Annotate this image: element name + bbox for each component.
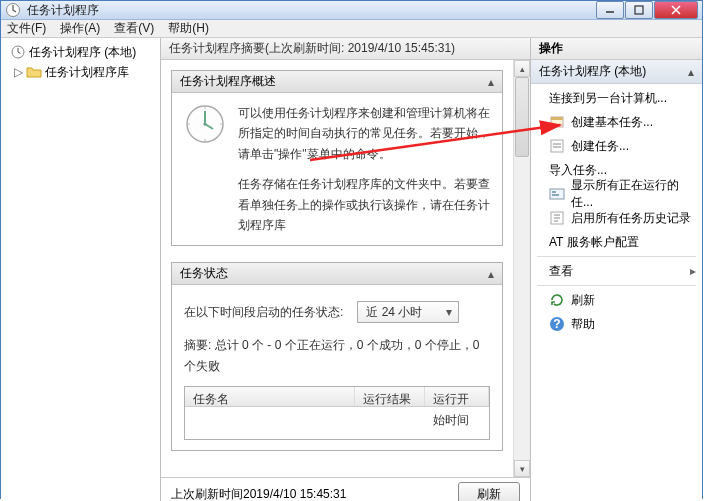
overview-title: 任务计划程序概述: [180, 73, 276, 90]
history-icon: [549, 210, 565, 226]
tree-library[interactable]: ▷ 任务计划程序库: [3, 62, 158, 82]
status-summary-text: 摘要: 总计 0 个 - 0 个正在运行，0 个成功，0 个停止，0 个失败: [184, 335, 490, 376]
tree-panel: 任务计划程序 (本地) ▷ 任务计划程序库: [1, 38, 161, 501]
svg-rect-10: [552, 194, 559, 196]
create-basic-task-icon: [549, 114, 565, 130]
action-at-account[interactable]: AT 服务帐户配置: [531, 230, 702, 254]
tree-library-label: 任务计划程序库: [45, 64, 129, 81]
action-view-label: 查看: [549, 263, 573, 280]
tree-root[interactable]: 任务计划程序 (本地): [3, 42, 158, 62]
app-icon: [5, 2, 21, 18]
menu-file[interactable]: 文件(F): [7, 20, 46, 37]
scroll-thumb[interactable]: [515, 77, 529, 157]
actions-context-label: 任务计划程序 (本地): [539, 63, 646, 80]
folder-icon: [26, 64, 42, 80]
window-title: 任务计划程序: [27, 2, 595, 19]
status-range-label: 在以下时间段启动的任务状态:: [184, 302, 343, 322]
menu-bar: 文件(F) 操作(A) 查看(V) 帮助(H): [1, 20, 702, 38]
clock-icon: [10, 44, 26, 60]
svg-rect-9: [552, 191, 556, 193]
col-run-result[interactable]: 运行结果: [355, 387, 425, 406]
last-refresh-text: 上次刷新时间2019/4/10 15:45:31: [171, 486, 346, 501]
task-list: 任务名 运行结果 运行开始时间: [184, 386, 490, 440]
status-range-dropdown[interactable]: 近 24 小时 ▾: [357, 301, 459, 323]
close-button[interactable]: [654, 1, 698, 19]
maximize-button[interactable]: [625, 1, 653, 19]
svg-rect-6: [551, 117, 563, 120]
action-refresh-label: 刷新: [571, 292, 595, 309]
col-task-name[interactable]: 任务名: [185, 387, 355, 406]
chevron-up-icon: ▴: [688, 65, 694, 79]
actions-header: 操作: [531, 38, 702, 60]
action-create-label: 创建任务...: [571, 138, 629, 155]
minimize-button[interactable]: [596, 1, 624, 19]
action-refresh[interactable]: 刷新: [531, 288, 702, 312]
overview-text-1: 可以使用任务计划程序来创建和管理计算机将在所指定的时间自动执行的常见任务。若要开…: [238, 103, 490, 164]
summary-footer: 上次刷新时间2019/4/10 15:45:31 刷新: [161, 477, 530, 501]
action-connect[interactable]: 连接到另一台计算机...: [531, 86, 702, 110]
status-range-value: 近 24 小时: [366, 302, 422, 322]
refresh-button[interactable]: 刷新: [458, 482, 520, 501]
overview-clock-icon: [184, 103, 226, 145]
collapse-icon[interactable]: ▴: [488, 75, 494, 89]
actions-panel: 操作 任务计划程序 (本地) ▴ 连接到另一台计算机... 创建基本任务... …: [530, 38, 702, 501]
separator: [537, 256, 696, 257]
col-start-time[interactable]: 运行开始时间: [425, 387, 489, 406]
action-connect-label: 连接到另一台计算机...: [549, 90, 667, 107]
menu-help[interactable]: 帮助(H): [168, 20, 209, 37]
action-show-running[interactable]: 显示所有正在运行的任...: [531, 182, 702, 206]
submenu-arrow-icon: ▸: [690, 264, 696, 278]
action-help[interactable]: ? 帮助: [531, 312, 702, 336]
title-bar: 任务计划程序: [1, 1, 702, 20]
action-import-label: 导入任务...: [549, 162, 607, 179]
scroll-down-arrow[interactable]: ▾: [514, 460, 530, 477]
tree-root-label: 任务计划程序 (本地): [29, 44, 136, 61]
svg-rect-7: [551, 140, 563, 152]
action-enable-history[interactable]: 启用所有任务历史记录: [531, 206, 702, 230]
action-show-running-label: 显示所有正在运行的任...: [571, 177, 696, 211]
svg-text:?: ?: [553, 317, 560, 331]
scroll-up-arrow[interactable]: ▴: [514, 60, 530, 77]
action-at-account-label: AT 服务帐户配置: [549, 234, 639, 251]
refresh-icon: [549, 292, 565, 308]
action-create-basic-task[interactable]: 创建基本任务...: [531, 110, 702, 134]
vertical-scrollbar[interactable]: ▴ ▾: [513, 60, 530, 477]
menu-action[interactable]: 操作(A): [60, 20, 100, 37]
collapse-icon[interactable]: ▴: [488, 267, 494, 281]
actions-context[interactable]: 任务计划程序 (本地) ▴: [531, 60, 702, 84]
main-panel: 任务计划程序摘要(上次刷新时间: 2019/4/10 15:45:31) 任务计…: [161, 38, 530, 501]
overview-group: 任务计划程序概述 ▴ 可以使用任务计划程序来创建和管理计算机将在所指定的时间自动…: [171, 70, 503, 246]
running-tasks-icon: [549, 186, 565, 202]
action-enable-history-label: 启用所有任务历史记录: [571, 210, 691, 227]
action-create-basic-label: 创建基本任务...: [571, 114, 653, 131]
create-task-icon: [549, 138, 565, 154]
status-group: 任务状态 ▴ 在以下时间段启动的任务状态: 近 24 小时 ▾ 摘要: 总计 0…: [171, 262, 503, 451]
separator: [537, 285, 696, 286]
action-help-label: 帮助: [571, 316, 595, 333]
summary-header: 任务计划程序摘要(上次刷新时间: 2019/4/10 15:45:31): [161, 38, 530, 60]
overview-text-2: 任务存储在任务计划程序库的文件夹中。若要查看单独任务上的操作或执行该操作，请在任…: [238, 174, 490, 235]
chevron-down-icon: ▾: [446, 302, 452, 322]
status-title: 任务状态: [180, 265, 228, 282]
svg-rect-1: [635, 6, 643, 14]
expand-icon[interactable]: ▷: [13, 65, 23, 79]
action-create-task[interactable]: 创建任务...: [531, 134, 702, 158]
action-view[interactable]: 查看 ▸: [531, 259, 702, 283]
menu-view[interactable]: 查看(V): [114, 20, 154, 37]
help-icon: ?: [549, 316, 565, 332]
